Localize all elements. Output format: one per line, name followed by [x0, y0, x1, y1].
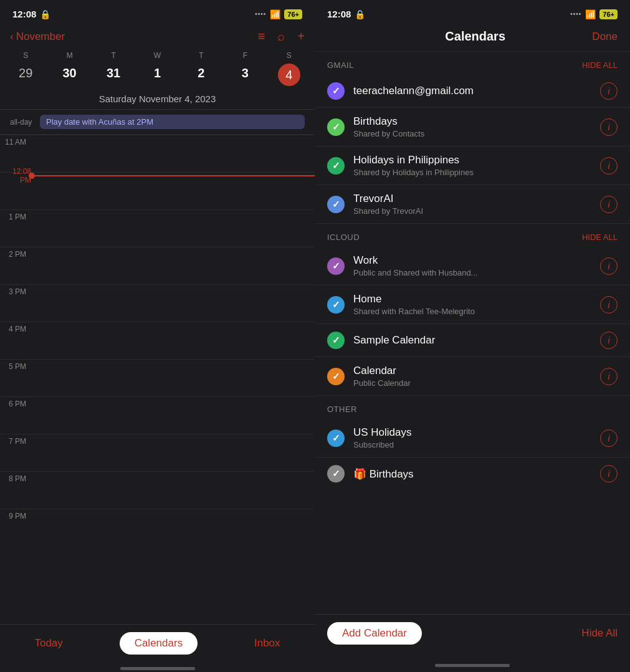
cal-gmail-birthdays[interactable]: Birthdays Shared by Contacts i: [315, 108, 630, 146]
date-30[interactable]: 30: [47, 64, 91, 86]
cal-calendar[interactable]: Calendar Public Calendar i: [315, 357, 630, 396]
list-icon[interactable]: ≡: [258, 29, 265, 44]
cal-name-other-birthdays: 🎁 Birthdays: [353, 468, 600, 481]
cal-info-btn-holidays-ph[interactable]: i: [600, 157, 618, 175]
signal-icon-right: ••••: [570, 11, 581, 17]
day-t2: T: [179, 50, 223, 61]
timeline[interactable]: 11 AM 12:08 PM 1 PM 2 PM 3 PM: [0, 135, 315, 624]
cal-info-trevor: TrevorAI Shared by TrevorAI: [353, 193, 600, 216]
home-bar-left: [120, 667, 195, 670]
home-indicator-right: [315, 657, 630, 672]
time-left: 12:08: [12, 9, 36, 19]
time-label-2pm: 2 PM: [0, 247, 32, 259]
cal-home[interactable]: Home Shared with Rachel Tee-Melegrito i: [315, 286, 630, 324]
date-3[interactable]: 3: [223, 64, 267, 86]
chevron-left-icon: ‹: [10, 31, 14, 43]
cal-info-btn-trevor[interactable]: i: [600, 196, 618, 213]
cal-check-gmail-email: [327, 82, 345, 100]
time-row-5pm: 5 PM: [0, 359, 315, 396]
time-label-8pm: 8 PM: [0, 472, 32, 483]
wifi-icon-right: 📶: [585, 9, 596, 19]
time-row-8pm: 8 PM: [0, 471, 315, 509]
cal-info-btn-home[interactable]: i: [600, 296, 618, 314]
cal-work[interactable]: Work Public and Shared with Husband... i: [315, 247, 630, 286]
day-m: M: [47, 50, 91, 61]
cal-info-btn-sample[interactable]: i: [600, 332, 618, 349]
time-row-11am: 11 AM: [0, 135, 315, 172]
current-time-line: [35, 175, 315, 176]
status-bar-left: 12:08 🔒 •••• 📶 76+: [0, 0, 315, 24]
date-31[interactable]: 31: [92, 64, 135, 86]
cal-info-btn-gmail-birthdays[interactable]: i: [600, 118, 618, 136]
allday-label: all-day: [10, 118, 40, 127]
hide-all-button[interactable]: Hide All: [581, 627, 618, 640]
cal-sample[interactable]: Sample Calendar i: [315, 324, 630, 357]
icloud-hide-all[interactable]: HIDE ALL: [582, 233, 618, 242]
time-row-12pm: 12:08 PM: [0, 172, 315, 209]
cal-sub-home: Shared with Rachel Tee-Melegrito: [353, 307, 600, 316]
cal-info-btn-gmail-email[interactable]: i: [600, 82, 618, 100]
right-panel: 12:08 🔒 •••• 📶 76+ Calendars Done GMAIL …: [315, 0, 630, 672]
lock-icon: 🔒: [40, 9, 50, 19]
date-1[interactable]: 1: [135, 64, 179, 86]
done-button[interactable]: Done: [592, 31, 618, 43]
cal-name-sample: Sample Calendar: [353, 334, 600, 347]
allday-event[interactable]: Play date with Acuñas at 2PM: [40, 115, 305, 129]
time-row-3pm: 3 PM: [0, 284, 315, 322]
cal-name-calendar: Calendar: [353, 365, 600, 377]
cal-sub-gmail-birthdays: Shared by Contacts: [353, 129, 600, 138]
cal-sub-calendar: Public Calendar: [353, 378, 600, 388]
day-w: W: [135, 50, 179, 61]
home-indicator-left: [0, 667, 315, 672]
back-button[interactable]: ‹ November: [10, 31, 65, 43]
lock-icon-right: 🔒: [355, 9, 365, 19]
inbox-tab[interactable]: Inbox: [242, 635, 293, 652]
signal-icon: ••••: [255, 11, 266, 17]
search-icon[interactable]: ⌕: [277, 29, 285, 44]
section-other: OTHER: [315, 396, 630, 419]
cal-info-btn-calendar[interactable]: i: [600, 368, 618, 385]
date-4-today[interactable]: 4: [278, 64, 300, 86]
time-label-5pm: 5 PM: [0, 360, 32, 371]
calendars-tab[interactable]: Calendars: [120, 632, 198, 655]
calendars-title: Calendars: [358, 29, 592, 44]
cal-other-birthdays[interactable]: 🎁 Birthdays i: [315, 458, 630, 490]
week-header: S M T W T F S: [0, 50, 315, 61]
cal-name-home: Home: [353, 293, 600, 305]
cal-name-gmail-birthdays: Birthdays: [353, 115, 600, 128]
day-f: F: [223, 50, 267, 61]
home-bar-right: [435, 664, 510, 667]
cal-us-holidays[interactable]: US Holidays Subscribed i: [315, 419, 630, 458]
time-label-7pm: 7 PM: [0, 434, 32, 446]
cal-info-btn-other-birthdays[interactable]: i: [600, 465, 618, 482]
left-panel: 12:08 🔒 •••• 📶 76+ ‹ November ≡ ⌕ + S M …: [0, 0, 315, 672]
selected-date: Saturday November 4, 2023: [0, 90, 315, 110]
gmail-label: GMAIL: [327, 60, 354, 70]
cal-name-holidays-ph: Holidays in Philippines: [353, 154, 600, 166]
cal-info-btn-work[interactable]: i: [600, 257, 618, 275]
current-time-text: 12:08 PM: [0, 167, 31, 185]
gmail-hide-all[interactable]: HIDE ALL: [582, 60, 618, 70]
cal-trevor-ai[interactable]: TrevorAI Shared by TrevorAI i: [315, 185, 630, 224]
day-s2: S: [267, 50, 311, 61]
cal-check-sample: [327, 332, 345, 349]
cal-info-calendar: Calendar Public Calendar: [353, 365, 600, 388]
today-tab[interactable]: Today: [22, 635, 75, 652]
calendars-list: GMAIL HIDE ALL teerachelann@gmail.com i …: [315, 52, 630, 614]
cal-holidays-ph[interactable]: Holidays in Philippines Shared by Holida…: [315, 146, 630, 185]
cal-check-calendar: [327, 368, 345, 385]
add-event-icon[interactable]: +: [297, 29, 305, 44]
date-2[interactable]: 2: [179, 64, 223, 86]
battery-right: 76+: [599, 9, 618, 19]
date-29[interactable]: 29: [4, 64, 47, 86]
time-row-6pm: 6 PM: [0, 396, 315, 434]
cal-sub-holidays-ph: Shared by Holidays in Philippines: [353, 168, 600, 177]
day-t1: T: [92, 50, 135, 61]
week-dates: 29 30 31 1 2 3 4: [0, 64, 315, 86]
cal-name-gmail-email: teerachelann@gmail.com: [353, 85, 600, 97]
time-row-4pm: 4 PM: [0, 322, 315, 359]
day-s1: S: [4, 50, 47, 61]
add-calendar-button[interactable]: Add Calendar: [327, 622, 422, 645]
cal-gmail-email[interactable]: teerachelann@gmail.com i: [315, 75, 630, 108]
cal-info-btn-us-holidays[interactable]: i: [600, 430, 618, 447]
